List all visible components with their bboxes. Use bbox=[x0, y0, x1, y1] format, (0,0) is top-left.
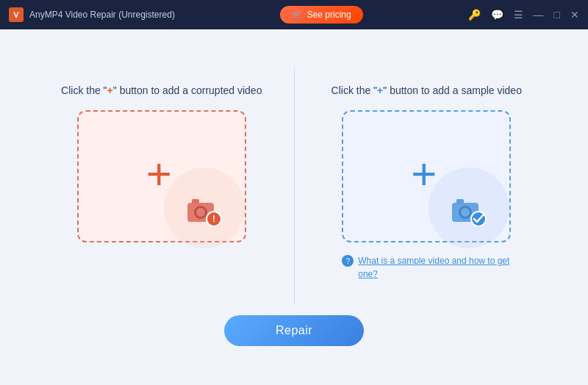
cart-icon: 🛒 bbox=[292, 10, 303, 20]
sample-drop-zone[interactable]: + bbox=[342, 110, 511, 242]
help-icon: ? bbox=[342, 255, 354, 267]
main-content: Click the "+" button to add a corrupted … bbox=[0, 29, 588, 385]
sample-link-text: What is a sample video and how to get on… bbox=[358, 254, 511, 281]
see-pricing-button[interactable]: 🛒 See pricing bbox=[280, 6, 363, 24]
repair-button[interactable]: Repair bbox=[224, 315, 364, 346]
svg-text:!: ! bbox=[212, 214, 215, 224]
svg-point-2 bbox=[196, 208, 205, 217]
sample-camera-icon bbox=[449, 195, 489, 226]
corrupted-camera-icon: ! bbox=[184, 195, 224, 226]
corrupted-video-panel: Click the "+" button to add a corrupted … bbox=[29, 68, 294, 257]
title-bar-left: V AnyMP4 Video Repair (Unregistered) bbox=[9, 7, 175, 22]
menu-icon[interactable]: ☰ bbox=[514, 10, 523, 20]
sample-video-panel: Click the "+" button to add a sample vid… bbox=[295, 68, 559, 295]
key-icon[interactable]: 🔑 bbox=[468, 10, 481, 20]
svg-rect-3 bbox=[192, 199, 199, 204]
svg-point-9 bbox=[461, 208, 470, 217]
sample-plus-text: + bbox=[377, 84, 383, 96]
close-button[interactable]: ✕ bbox=[570, 9, 579, 21]
sample-instruction: Click the "+" button to add a sample vid… bbox=[331, 83, 522, 98]
corrupted-instruction: Click the "+" button to add a corrupted … bbox=[61, 83, 262, 98]
corrupted-drop-zone-inner: + bbox=[79, 112, 245, 241]
corrupted-drop-zone[interactable]: + bbox=[77, 110, 246, 242]
sample-help-link[interactable]: ? What is a sample video and how to get … bbox=[342, 254, 511, 281]
minimize-button[interactable]: — bbox=[534, 10, 544, 20]
panels-container: Click the "+" button to add a corrupted … bbox=[29, 68, 559, 303]
sample-drop-zone-inner: + bbox=[343, 112, 509, 241]
corrupted-plus-icon: + bbox=[146, 152, 172, 196]
title-bar: V AnyMP4 Video Repair (Unregistered) 🛒 S… bbox=[0, 0, 588, 29]
app-title: AnyMP4 Video Repair (Unregistered) bbox=[29, 10, 175, 20]
svg-rect-10 bbox=[456, 199, 464, 204]
title-bar-controls: 🔑 💬 ☰ — □ ✕ bbox=[468, 9, 579, 21]
repair-section: Repair bbox=[224, 315, 364, 346]
see-pricing-label: See pricing bbox=[307, 10, 351, 20]
chat-icon[interactable]: 💬 bbox=[491, 10, 503, 20]
corrupted-plus-text: + bbox=[107, 84, 113, 96]
app-icon: V bbox=[9, 7, 24, 22]
title-bar-center: 🛒 See pricing bbox=[280, 6, 363, 24]
maximize-button[interactable]: □ bbox=[554, 10, 560, 20]
sample-plus-icon: + bbox=[411, 152, 437, 196]
